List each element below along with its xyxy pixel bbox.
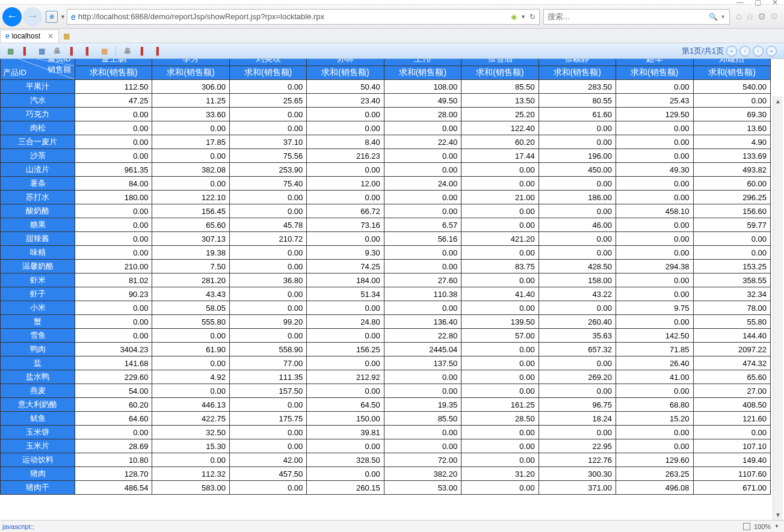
table-row: 甜辣酱0.00307.13210.720.0056.16421.200.000.…	[1, 232, 771, 246]
value-cell: 85.50	[461, 80, 539, 94]
value-cell: 300.30	[539, 467, 616, 481]
forward-button[interactable]: →	[23, 7, 42, 26]
value-cell: 156.45	[152, 204, 229, 218]
value-cell: 0.00	[229, 260, 306, 274]
product-cell: 山渣片	[1, 163, 75, 177]
value-cell: 210.72	[229, 232, 306, 246]
dropdown-icon[interactable]: ▼	[520, 14, 526, 20]
value-cell: 0.00	[229, 246, 306, 260]
value-cell: 141.68	[75, 356, 152, 370]
dropdown-icon[interactable]: ▼	[720, 14, 726, 20]
value-cell: 458.10	[616, 204, 693, 218]
table-row: 鸭肉3404.2361.90558.90156.252445.040.00657…	[1, 343, 771, 356]
search-bar[interactable]: 🔍 ▼	[543, 9, 730, 25]
value-cell: 150.00	[307, 412, 384, 426]
table-row: 玉米饼0.0032.500.0039.810.000.000.000.000.0…	[1, 426, 771, 439]
zoom-icon[interactable]	[743, 523, 750, 530]
scroll-track[interactable]	[773, 106, 783, 510]
value-cell: 496.08	[616, 481, 693, 495]
zoom-dropdown-icon[interactable]: ▼	[774, 524, 779, 529]
search-input[interactable]	[548, 12, 709, 21]
vertical-scrollbar[interactable]: ▲ ▼	[773, 96, 783, 520]
value-cell: 196.00	[539, 149, 616, 163]
back-button[interactable]: ←	[2, 7, 22, 26]
product-cell: 苏打水	[1, 191, 75, 204]
value-cell: 0.00	[461, 301, 539, 315]
value-cell: 457.50	[229, 467, 306, 481]
value-cell: 75.56	[229, 149, 306, 163]
value-cell: 180.00	[75, 191, 152, 204]
value-cell: 84.00	[75, 177, 152, 191]
value-cell: 0.00	[152, 453, 229, 467]
value-cell: 13.50	[461, 94, 539, 108]
value-cell: 122.76	[539, 453, 616, 467]
compat-icon[interactable]: ◉	[511, 13, 517, 21]
browser-tabs: e localhost ✕ ▦	[0, 29, 784, 43]
print-icon[interactable]: 🖶	[51, 45, 63, 57]
value-cell: 69.30	[693, 108, 771, 121]
value-cell: 0.00	[384, 246, 461, 260]
product-cell: 雪鱼	[1, 329, 75, 343]
value-cell: 28.69	[75, 439, 152, 453]
value-cell: 0.00	[461, 343, 539, 356]
table-row: 沙茶0.000.0075.56216.230.0017.44196.000.00…	[1, 149, 771, 163]
print2-icon[interactable]: 🖶	[122, 45, 134, 57]
scroll-up-icon[interactable]: ▲	[773, 96, 783, 106]
minimize-icon[interactable]: —	[736, 0, 744, 7]
value-cell: 121.60	[693, 412, 771, 426]
value-cell: 75.40	[229, 177, 306, 191]
table-row: 温馨奶酪210.007.500.0074.250.0083.75428.5029…	[1, 260, 771, 274]
export-html-icon[interactable]: ▦	[98, 45, 110, 57]
sub-header: 求和(销售额)	[384, 66, 461, 80]
value-cell: 0.00	[616, 232, 693, 246]
export-excel-icon[interactable]: ▦	[4, 45, 16, 57]
smile-icon[interactable]: ☺	[770, 11, 779, 22]
col-header: 赵军	[616, 59, 693, 66]
settings-icon[interactable]: ⚙	[758, 11, 766, 22]
dropdown-icon[interactable]: ▼	[60, 14, 66, 20]
export-pdf5-icon[interactable]: ▌	[153, 45, 165, 57]
prev-page-button[interactable]: ‹	[739, 46, 750, 57]
search-icon[interactable]: 🔍	[709, 13, 718, 21]
value-cell: 216.23	[307, 149, 384, 163]
value-cell: 0.00	[616, 315, 693, 329]
last-page-button[interactable]: »	[766, 46, 777, 57]
tab-close-icon[interactable]: ✕	[48, 32, 54, 40]
first-page-button[interactable]: «	[726, 46, 737, 57]
value-cell: 0.00	[307, 329, 384, 343]
value-cell: 0.00	[75, 315, 152, 329]
maximize-icon[interactable]: ▢	[755, 0, 761, 7]
address-bar[interactable]: e http://localhost:6868/demo/reportJsp/s…	[67, 9, 540, 25]
export-pdf4-icon[interactable]: ▌	[137, 45, 149, 57]
product-cell: 玉米片	[1, 439, 75, 453]
scroll-down-icon[interactable]: ▼	[773, 510, 783, 520]
value-cell: 15.30	[152, 439, 229, 453]
export-pdf-icon[interactable]: ▌	[20, 45, 32, 57]
value-cell: 0.00	[307, 356, 384, 370]
export-word-icon[interactable]: ▦	[35, 45, 48, 57]
tab-localhost[interactable]: e localhost ✕	[0, 29, 59, 43]
favorites-icon[interactable]: ☆	[745, 11, 754, 22]
value-cell: 111.35	[229, 370, 306, 384]
value-cell: 0.00	[229, 426, 306, 439]
page-action-icon[interactable]: ⊕	[46, 11, 58, 23]
value-cell: 229.60	[75, 370, 152, 384]
next-page-button[interactable]: ›	[753, 46, 764, 57]
value-cell: 421.20	[461, 232, 539, 246]
product-cell: 虾子	[1, 287, 75, 301]
refresh-icon[interactable]: ↻	[529, 13, 536, 21]
value-cell: 28.50	[461, 412, 539, 426]
home-icon[interactable]: ⌂	[736, 11, 742, 22]
product-cell: 巧克力	[1, 108, 75, 121]
value-cell: 0.00	[229, 191, 306, 204]
value-cell: 0.00	[152, 356, 229, 370]
close-icon[interactable]: ✕	[772, 0, 778, 7]
export-pdf3-icon[interactable]: ▌	[82, 45, 94, 57]
export-pdf2-icon[interactable]: ▌	[67, 45, 79, 57]
product-cell: 沙茶	[1, 149, 75, 163]
value-cell: 77.00	[229, 356, 306, 370]
new-tab-button[interactable]: ▦	[60, 30, 72, 42]
value-cell: 0.00	[461, 204, 539, 218]
col-header: 郑建杰	[693, 59, 771, 66]
status-bar: javascript:; 100% ▼	[0, 520, 784, 532]
